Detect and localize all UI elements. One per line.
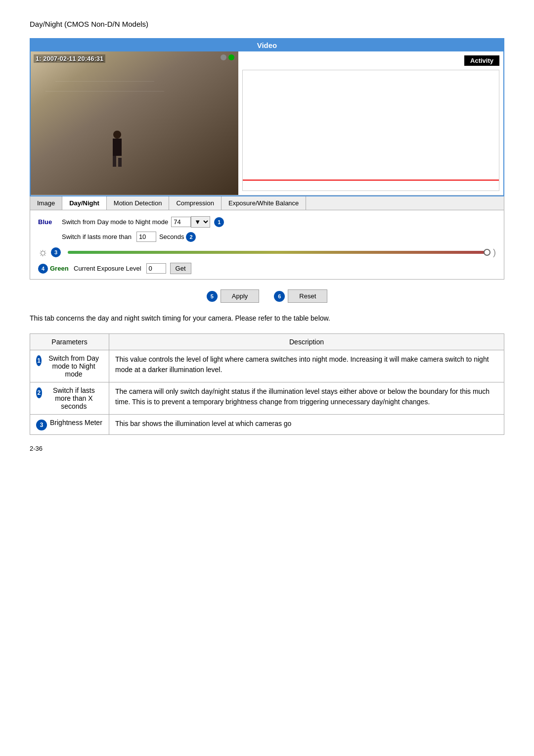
slider-end-icon: ) [493,247,496,258]
param-name-3: 3 Brightness Meter [36,419,103,430]
activity-threshold-line [243,180,499,181]
exposure-value-input[interactable] [146,263,166,274]
tab-exposure[interactable]: Exposure/White Balance [222,196,306,210]
table-badge-3: 3 [36,420,47,430]
param-name-2: 2 Switch if lasts more than X seconds [36,386,103,410]
settings-row-1: Blue Switch from Day mode to Night mode … [38,216,496,228]
status-dot-2 [228,54,234,60]
tab-image[interactable]: Image [30,196,62,210]
page-title: Day/Night (CMOS Non-D/N Models) [30,20,504,28]
apply-group: 5 Apply [207,289,260,303]
activity-graph [242,70,499,191]
video-icons [221,54,234,60]
get-button[interactable]: Get [170,263,191,274]
parameters-table: Parameters Description 1 Switch from Day… [30,333,504,435]
table-row: 2 Switch if lasts more than X seconds Th… [30,382,504,415]
desc-cell-3: This bar shows the illumination level at… [109,415,504,435]
desc-cell-2: The camera will only switch day/night st… [109,382,504,415]
description-text: This tab concerns the day and night swit… [30,313,504,324]
switch-day-night-label: Switch from Day mode to Night mode [62,218,168,226]
brightness-icon: ☼ [38,246,48,259]
param-cell-1: 1 Switch from Day mode to Night mode [30,350,109,382]
badge-5: 5 [207,291,218,302]
tab-bar: Image Day/Night Motion Detection Compres… [30,196,504,210]
badge-4: 4 [38,264,48,274]
brightness-row: ☼ 3 ) [38,246,496,259]
badge-3: 3 [51,247,61,257]
activity-panel: Activity [238,51,503,195]
param-text-1: Switch from Day mode to Night mode [44,354,103,378]
person-silhouette [110,131,125,165]
tab-daynight[interactable]: Day/Night [62,196,107,210]
video-header: Video [31,39,503,51]
video-feed: 1: 2007-02-11 20:46:31 [31,51,238,195]
video-timestamp: 1: 2007-02-11 20:46:31 [34,54,105,63]
action-bar: 5 Apply 6 Reset [30,289,504,303]
switch-lasts-label: Switch if lasts more than [62,233,132,240]
video-container: Video 1: 2007-02-11 20:46:31 [30,38,504,196]
status-dot-1 [221,54,226,60]
tab-motion[interactable]: Motion Detection [107,196,170,210]
table-row: 1 Switch from Day mode to Night mode Thi… [30,350,504,382]
video-body: 1: 2007-02-11 20:46:31 Activity [31,51,503,195]
table-header-params: Parameters [30,334,109,350]
lasts-value-input[interactable] [136,232,156,242]
settings-row-2: Switch if lasts more than Seconds 2 [38,232,496,242]
badge-6: 6 [274,291,285,302]
desc-cell-1: This value controls the level of light w… [109,350,504,382]
brightness-slider[interactable] [68,251,487,254]
slider-handle[interactable] [484,249,490,256]
exposure-level-label: Current Exposure Level [74,265,141,272]
table-badge-2: 2 [36,387,42,398]
green-label: Green [50,265,70,272]
exposure-row: 4 Green Current Exposure Level Get [38,263,496,274]
badge-2: 2 [186,232,196,242]
video-corridor [31,51,238,195]
day-night-dropdown[interactable]: ▼ [191,216,210,228]
param-text-3: Brightness Meter [50,419,102,426]
table-badge-1: 1 [36,355,42,366]
day-night-value-input[interactable] [171,217,191,227]
reset-button[interactable]: Reset [288,289,327,303]
activity-label: Activity [464,55,499,66]
table-row: 3 Brightness Meter This bar shows the il… [30,415,504,435]
page-number: 2-36 [30,445,504,452]
blue-label: Blue [38,218,58,226]
param-name-1: 1 Switch from Day mode to Night mode [36,354,103,378]
table-header-desc: Description [109,334,504,350]
param-cell-3: 3 Brightness Meter [30,415,109,435]
param-cell-2: 2 Switch if lasts more than X seconds [30,382,109,415]
reset-group: 6 Reset [274,289,327,303]
settings-panel: Blue Switch from Day mode to Night mode … [30,210,504,280]
param-text-2: Switch if lasts more than X seconds [45,386,103,410]
seconds-label: Seconds [159,233,184,240]
apply-button[interactable]: Apply [221,289,260,303]
tab-compression[interactable]: Compression [169,196,222,210]
badge-1: 1 [214,217,224,227]
